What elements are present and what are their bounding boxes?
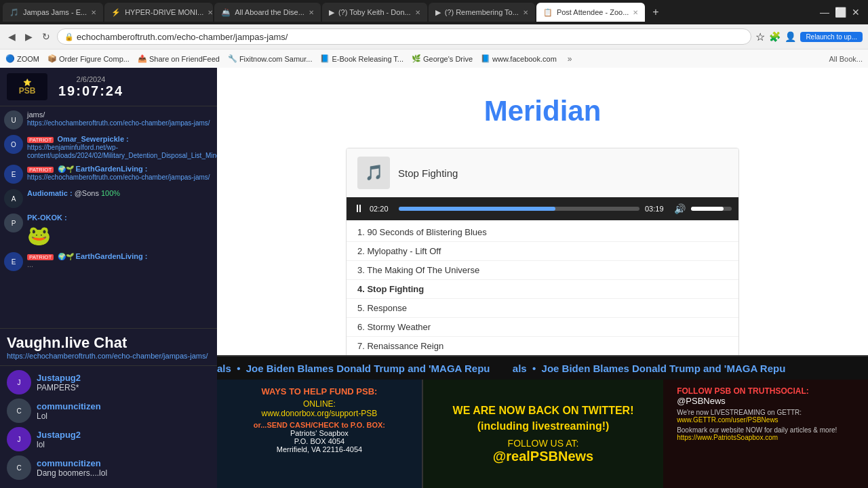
follow-url1[interactable]: www.GETTR.com/user/PSBNews	[677, 416, 854, 424]
avatar: U	[4, 110, 23, 129]
tab-toby[interactable]: ▶ (?) Toby Keith - Don... ✕	[322, 3, 427, 22]
player-controls: ⏸ 02:20 03:19 🔊	[347, 197, 738, 220]
bookmark-ebook[interactable]: 📘 E-Book Releasing T...	[320, 54, 403, 63]
tab-remembering[interactable]: ▶ (?) Remembering To... ✕	[429, 3, 535, 22]
progress-bar[interactable]	[399, 207, 639, 211]
bookmark-order-label: Order Figure Comp...	[59, 55, 130, 63]
tab-label6: Post Attendee - Zoo...	[557, 8, 629, 16]
tab-hyper[interactable]: ⚡ HYPER-DRIVE MONI... ✕	[104, 3, 213, 22]
tab-close3[interactable]: ✕	[309, 9, 314, 16]
order-icon: 📦	[47, 54, 57, 63]
all-bookmarks[interactable]: All Book...	[829, 55, 863, 63]
playlist-item-3[interactable]: 3. The Making Of The Universe	[347, 261, 738, 280]
tab-post[interactable]: 📋 Post Attendee - Zoo... ✕	[536, 3, 645, 22]
panel-center: WE ARE NOW BACK ON TWITTER! (including l…	[423, 380, 663, 488]
address-bar[interactable]: 🔒 echochamberoftruth.com/echo-chamber/ja…	[57, 28, 751, 45]
address3: Merrifield, VA 22116-4054	[231, 445, 408, 453]
username-omar: Omar_Sewerpickle :	[58, 135, 129, 143]
reload-button[interactable]: ↻	[39, 30, 53, 43]
bookmark-georges[interactable]: 🌿 George's Drive	[412, 54, 473, 63]
close-window-button[interactable]: ✕	[852, 7, 860, 18]
volume-icon[interactable]: 🔊	[674, 203, 686, 214]
follow-sub1: We're now LIVESTREAMING on GETTR:	[677, 409, 854, 416]
forward-button[interactable]: ▶	[22, 30, 35, 43]
share-icon: 📤	[138, 54, 147, 63]
playlist-item-7[interactable]: 7. Renaissance Reign	[347, 337, 738, 355]
tab-jampas[interactable]: 🎵 Jampas Jams - E... ✕	[3, 3, 103, 22]
relaunch-button[interactable]: Relaunch to up...	[800, 32, 863, 42]
chat-message-auto: A Audiomatic : @Sons 100%	[4, 189, 213, 208]
user-info-justapug: Justapug2 PAMPERS*	[37, 373, 81, 392]
tab-label2: HYPER-DRIVE MONI...	[125, 8, 203, 16]
message-link[interactable]: https://echochamberoftruth.com/echo-cham…	[27, 119, 210, 127]
maximize-button[interactable]: ⬜	[835, 7, 846, 18]
new-tab-button[interactable]: +	[646, 3, 665, 22]
chat-message-egl2: E PATRIOT 🌍🌱 EarthGardenLiving : ...	[4, 252, 213, 271]
online-url[interactable]: www.donorbox.org/support-PSB	[231, 409, 408, 418]
patriot-badge-egl2: PATRIOT	[27, 254, 54, 260]
message-link-egl[interactable]: https://echochamberoftruth.com/echo-cham…	[27, 174, 210, 181]
profile-icon[interactable]: 👤	[785, 31, 796, 42]
twitter-line2: (including livestreaming!)	[437, 419, 650, 434]
usermsg-commun2: Dang boomers....lol	[37, 468, 107, 478]
usermsg-justapug2: lol	[37, 440, 81, 449]
playlist-item-1[interactable]: 1. 90 Seconds of Blistering Blues	[347, 223, 738, 242]
back-button[interactable]: ◀	[5, 30, 18, 43]
message-content-auto: Audiomatic : @Sons 100%	[27, 189, 213, 197]
bookmark-facebook[interactable]: 📘 www.facebook.com	[481, 54, 557, 63]
bookmark-order[interactable]: 📦 Order Figure Comp...	[47, 54, 130, 63]
playlist-item-2[interactable]: 2. Mylopathy - Lift Off	[347, 242, 738, 261]
vaughn-link-text[interactable]: https://echochamberoftruth.com/echo-cham…	[7, 352, 210, 360]
browser-chrome: 🎵 Jampas Jams - E... ✕ ⚡ HYPER-DRIVE MON…	[0, 0, 868, 68]
tab-close2[interactable]: ✕	[208, 9, 213, 16]
tab-aboard[interactable]: 🚢 All Aboard the Dise... ✕	[214, 3, 321, 22]
follow-sub2: Bookmark our website NOW for daily artic…	[677, 426, 854, 434]
tab-close6[interactable]: ✕	[633, 9, 638, 16]
message-content-pk: PK-OKOK : 🐸	[27, 214, 213, 247]
playlist-item-5[interactable]: 5. Response	[347, 299, 738, 318]
tab-label: Jampas Jams - E...	[23, 8, 87, 16]
chat-users-section: J Justapug2 PAMPERS* C communcitizen Lol…	[0, 365, 217, 488]
tab-close-jampas[interactable]: ✕	[91, 9, 96, 16]
address-bar-row: ◀ ▶ ↻ 🔒 echochamberoftruth.com/echo-cham…	[0, 24, 868, 49]
now-playing-label: Stop Fighting	[398, 167, 458, 179]
extensions-icon[interactable]: 🧩	[769, 31, 781, 42]
bookmark-fixitnow[interactable]: 🔧 Fixitnow.com Samur...	[228, 54, 313, 63]
volume-bar[interactable]	[691, 207, 732, 211]
message-content-egl: PATRIOT 🌍🌱 EarthGardenLiving : https://e…	[27, 165, 213, 181]
time-current: 02:20	[370, 205, 393, 213]
playlist-item-4[interactable]: 4. Stop Fighting	[347, 280, 738, 299]
bookmark-share[interactable]: 📤 Share on FriendFeed	[138, 54, 220, 63]
bookmark-zoom[interactable]: 🔵 ZOOM	[5, 54, 39, 63]
time-display: 19:07:24	[58, 83, 123, 99]
follow-url2[interactable]: https://www.PatriotsSoapbox.com	[677, 434, 854, 441]
username-commun2: communcitizen	[37, 458, 107, 468]
tab-favicon: 🎵	[9, 8, 19, 17]
avatar-omar: O	[4, 135, 23, 154]
chat-user-commun2: C communcitizen Dang boomers....lol	[7, 455, 210, 480]
date-display: 2/6/2024	[58, 75, 123, 83]
tab-close5[interactable]: ✕	[523, 9, 528, 16]
avatar-commun2: C	[7, 455, 31, 480]
player-header: 🎵 Stop Fighting	[347, 148, 738, 197]
chat-message-pk: P PK-OKOK : 🐸	[4, 214, 213, 247]
logo-star: ⭐PSB	[19, 79, 36, 96]
more-bookmarks[interactable]: »	[568, 54, 572, 64]
user-info-justapug2: Justapug2 lol	[37, 430, 81, 449]
tab-close4[interactable]: ✕	[415, 9, 420, 16]
message-text: jams/	[27, 110, 45, 119]
message-content-omar: PATRIOT Omar_Sewerpickle : https://benja…	[27, 135, 217, 159]
chat-scroll[interactable]: U jams/ https://echochamberoftruth.com/e…	[0, 106, 217, 328]
percent-text: 100%	[101, 189, 120, 197]
message-link-omar[interactable]: https://benjaminfulford.net/wp-content/u…	[27, 144, 217, 159]
username-pk: PK-OKOK :	[27, 214, 67, 222]
pause-button[interactable]: ⏸	[353, 203, 364, 215]
twitter-handle: @realPSBNews	[437, 449, 650, 464]
bottom-section: als • Joe Biden Blames Donald Trump and …	[217, 355, 868, 488]
playlist-item-6[interactable]: 6. Stormy Weather	[347, 318, 738, 337]
tab-favicon4: ▶	[329, 8, 334, 17]
minimize-button[interactable]: —	[820, 7, 829, 18]
follow-handle: @PSBNews	[677, 396, 854, 406]
frog-icon: 🐸	[27, 224, 213, 247]
bookmark-star-icon[interactable]: ☆	[755, 30, 765, 43]
